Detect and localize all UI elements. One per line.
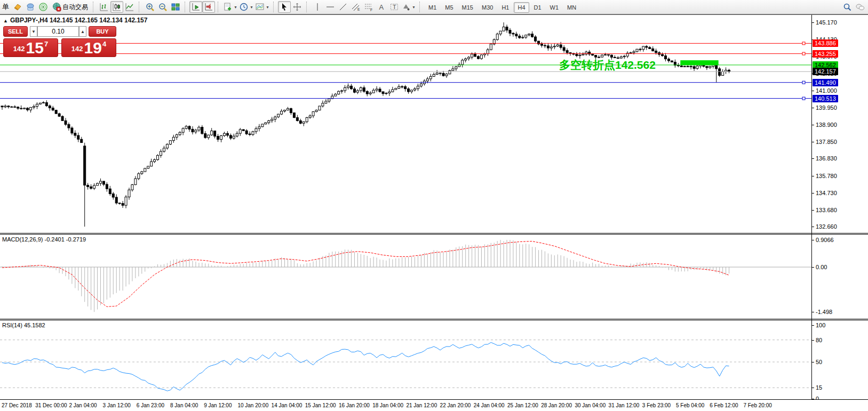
crosshair-icon[interactable]: [291, 1, 304, 13]
chart-title-text: GBPJPY-,H4 142.145 142.165 142.134 142.1…: [10, 17, 148, 24]
svg-text:T: T: [393, 4, 396, 10]
globe-icon: [52, 2, 61, 12]
vertical-line-icon[interactable]: [311, 1, 324, 13]
rsi-pane[interactable]: [0, 320, 811, 399]
separator: [273, 2, 276, 12]
sell-price-box[interactable]: 142 15 7: [3, 38, 58, 57]
macd-label: MACD(12,26,9) -0.2401 -0.2719: [2, 236, 86, 243]
zoom-out-icon[interactable]: [156, 1, 169, 13]
level-marker: [802, 42, 805, 45]
cloud-upload-icon[interactable]: [24, 1, 37, 13]
chart-shift-icon[interactable]: [202, 1, 215, 13]
svg-text:A: A: [379, 3, 384, 11]
timeframe-button-d1[interactable]: D1: [530, 2, 545, 13]
timeframe-button-m15[interactable]: M15: [458, 2, 477, 13]
candlestick-chart-icon[interactable]: [110, 1, 123, 13]
search-icon[interactable]: [841, 1, 854, 13]
main-price-chart[interactable]: 多空转折点142.562: [0, 15, 811, 233]
buy-price-box[interactable]: 142 19 4: [61, 38, 116, 57]
sell-price-big: 15: [26, 41, 44, 55]
buy-button[interactable]: BUY: [89, 26, 116, 37]
level-marker: [802, 81, 805, 84]
chart-window: 多空转折点142.562 ▲GBPJPY-,H4 142.145 142.165…: [0, 14, 868, 411]
tile-windows-icon[interactable]: [169, 1, 182, 13]
book-icon[interactable]: [11, 1, 24, 13]
menu-char[interactable]: 单: [2, 2, 9, 12]
price-tick-label: 137.850: [812, 138, 837, 146]
level-marker: [802, 52, 805, 55]
timeframe-button-m5[interactable]: M5: [441, 2, 457, 13]
price-tick-label: 132.660: [812, 223, 837, 230]
dropdown-caret[interactable]: ▾: [411, 5, 416, 10]
macd-pane[interactable]: [0, 235, 811, 319]
time-axis[interactable]: 27 Dec 201831 Dec 00:002 Jan 04:003 Jan …: [0, 399, 868, 411]
autotrade-button[interactable]: 自动交易: [50, 1, 90, 13]
time-axis-label: 30 Jan 04:00: [575, 402, 606, 408]
separator: [185, 2, 188, 12]
rsi-line: [2, 342, 729, 391]
time-axis-label: 8 Jan 04:00: [170, 402, 198, 408]
templates-icon[interactable]: ▾: [254, 1, 270, 13]
new-order-icon[interactable]: ▾: [222, 1, 238, 13]
fibonacci-icon[interactable]: F: [362, 1, 375, 13]
expand-arrow-icon[interactable]: ▲: [3, 18, 8, 23]
separator: [306, 2, 309, 12]
text-icon[interactable]: A: [375, 1, 388, 13]
arrows-icon[interactable]: ▾: [401, 1, 417, 13]
signal-icon[interactable]: [37, 1, 50, 13]
horizontal-line-icon[interactable]: [324, 1, 337, 13]
line-chart-icon[interactable]: [123, 1, 136, 13]
macd-histogram: [2, 240, 729, 312]
rsi-tick-label: 100: [812, 321, 825, 329]
timeframe-button-m1[interactable]: M1: [425, 2, 440, 13]
time-axis-label: 27 Dec 2018: [2, 402, 32, 408]
separator: [93, 2, 96, 12]
time-axis-label: 31 Dec 00:00: [35, 402, 67, 408]
timeframe-button-w1[interactable]: W1: [546, 2, 563, 13]
zoom-in-icon[interactable]: [144, 1, 156, 13]
level-price-badge: 140.513: [813, 95, 838, 102]
separator: [139, 2, 142, 12]
dropdown-caret[interactable]: ▾: [265, 5, 270, 10]
mt4-window: { "toolbar": { "menu_char": "单", "autotr…: [0, 0, 868, 411]
time-axis-label: 6 Feb 12:00: [710, 402, 738, 408]
bar-chart-icon[interactable]: [98, 1, 110, 13]
annotation-text: 多空转折点142.562: [559, 59, 656, 71]
periods-clock-icon[interactable]: ▾: [238, 1, 254, 13]
dropdown-caret[interactable]: ▾: [249, 5, 254, 10]
dropdown-caret[interactable]: ▾: [233, 5, 238, 10]
volume-up-button[interactable]: ▲: [79, 26, 86, 37]
time-axis-label: 2 Jan 04:00: [69, 402, 97, 408]
time-axis-label: 25 Jan 12:00: [507, 402, 538, 408]
rsi-label: RSI(14) 45.1582: [2, 322, 45, 328]
text-label-icon[interactable]: T: [388, 1, 401, 13]
separator: [419, 2, 423, 12]
cursor-icon[interactable]: [278, 1, 291, 13]
volume-input[interactable]: [37, 26, 79, 37]
time-axis-label: 28 Jan 20:00: [541, 402, 572, 408]
buy-price-prefix: 142: [71, 45, 83, 53]
current-price-badge: 142.157: [813, 68, 838, 75]
level-price-badge: 143.886: [813, 39, 838, 47]
sell-price-prefix: 142: [13, 45, 25, 53]
chat-icon[interactable]: [854, 1, 866, 13]
timeframe-button-m30[interactable]: M30: [478, 2, 497, 13]
volume-down-button[interactable]: ▼: [30, 26, 37, 37]
trendline-icon[interactable]: [337, 1, 349, 13]
price-tick-label: 145.170: [812, 19, 837, 26]
price-scale[interactable]: 145.170144.130143.070142.020141.000139.9…: [811, 15, 868, 399]
timeframe-button-mn[interactable]: MN: [563, 2, 580, 13]
rsi-tick-label: 50: [812, 358, 822, 366]
timeframe-button-h4[interactable]: H4: [514, 2, 529, 13]
timeframe-group: M1M5M15M30H1H4D1W1MN: [424, 2, 580, 12]
auto-scroll-icon[interactable]: [189, 1, 202, 13]
sell-button[interactable]: SELL: [3, 26, 28, 37]
time-axis-label: 31 Jan 12:00: [609, 402, 640, 408]
one-click-trade-panel: SELL ▼ ▲ BUY 142 15 7 142 19 4: [3, 26, 116, 37]
sell-price-sup: 7: [44, 40, 48, 48]
equidistant-channel-icon[interactable]: E: [349, 1, 362, 13]
autotrade-label: 自动交易: [62, 3, 88, 12]
timeframe-button-h1[interactable]: H1: [498, 2, 513, 13]
buy-price-big: 19: [84, 41, 102, 55]
time-axis-label: 22 Jan 20:00: [440, 402, 471, 408]
